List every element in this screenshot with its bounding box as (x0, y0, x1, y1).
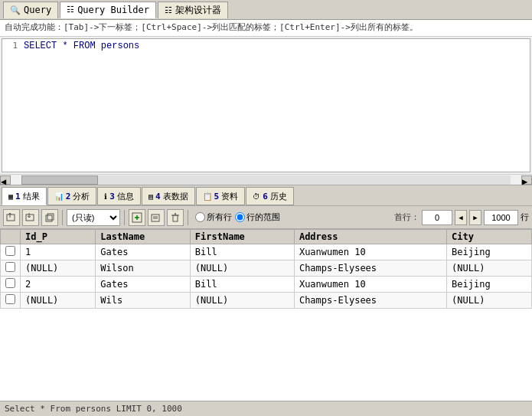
table-row[interactable]: (NULL) Wilson (NULL) Champs-Elysees (NUL… (1, 260, 532, 277)
toolbar-btn-add[interactable] (129, 209, 145, 226)
tab-2-num: 2 (66, 192, 71, 201)
scrollbar-thumb[interactable] (21, 175, 98, 185)
tab-2-label: 分析 (73, 191, 90, 202)
radio-all-label[interactable]: 所有行 (195, 211, 232, 223)
tab-4-num: 4 (155, 192, 161, 201)
cell-firstname-1: (NULL) (190, 260, 294, 277)
cell-lastname-2: Gates (96, 277, 191, 293)
tab-4-label: 表数据 (163, 191, 188, 202)
toolbar-btn-copy[interactable] (41, 209, 58, 226)
cell-firstname-2: Bill (190, 277, 294, 293)
tab-3-label: 信息 (117, 191, 134, 202)
col-city-header: City (447, 230, 532, 244)
nav-start-input[interactable]: 0 (422, 210, 452, 225)
col-firstname-header: FirstName (190, 230, 294, 244)
radio-all[interactable] (195, 212, 205, 222)
edit-icon (151, 212, 162, 223)
toolbar-btn-edit[interactable] (148, 209, 165, 226)
cell-city-3: (NULL) (447, 293, 532, 309)
row-checkbox-1[interactable] (1, 260, 21, 277)
main-content: 自动完成功能：[Tab]->下一标签；[Ctrl+Space]->列出匹配的标签… (0, 20, 532, 416)
svg-rect-5 (47, 214, 54, 220)
radio-range-label[interactable]: 行的范围 (235, 211, 280, 223)
scroll-right-btn[interactable]: ▶ (521, 175, 532, 185)
export-icon (6, 212, 17, 223)
info-icon: ℹ (104, 192, 107, 201)
results-tab-4[interactable]: ▤ 4 表数据 (142, 187, 195, 205)
results-tab-6[interactable]: ⏱ 6 历史 (246, 187, 294, 205)
nav-next-btn[interactable]: ▶ (469, 210, 481, 225)
sql-content-1: SELECT * FROM persons (24, 41, 139, 51)
editor-scrollbar[interactable]: ◀ ▶ (0, 174, 532, 185)
toolbar-btn-1[interactable] (3, 209, 20, 226)
tabledata-icon: ▤ (149, 192, 153, 201)
data-icon: 📋 (203, 192, 212, 201)
cell-lastname-1: Wilson (96, 260, 191, 277)
cell-address-0: Xuanwumen 10 (294, 244, 446, 260)
tab-3-num: 3 (109, 192, 115, 201)
tab-query-builder[interactable]: ☷ Query Builder (60, 2, 156, 18)
table-row[interactable]: (NULL) Wils (NULL) Champs-Elysees (NULL) (1, 293, 532, 309)
scrollbar-track (21, 175, 511, 185)
tab-6-num: 6 (263, 192, 268, 201)
cell-address-3: Champs-Elysees (294, 293, 446, 309)
results-tab-2[interactable]: 📊 2 分析 (47, 187, 97, 205)
radio-all-text: 所有行 (207, 211, 232, 223)
cell-lastname-3: Wils (96, 293, 191, 309)
scroll-left-btn[interactable]: ◀ (0, 175, 11, 185)
col-address-header: Address (294, 230, 446, 244)
cell-address-2: Xuanwumen 10 (294, 277, 446, 293)
row-checkbox-2[interactable] (1, 277, 21, 293)
tab-1-num: 1 (15, 192, 21, 201)
sql-line-1: 1 SELECT * FROM persons (2, 39, 530, 53)
status-text: Select * From persons LIMIT 0, 1000 (5, 404, 182, 414)
results-tab-5[interactable]: 📋 5 资料 (196, 187, 246, 205)
radio-range[interactable] (235, 212, 245, 222)
col-id-header: Id_P (21, 230, 96, 244)
hint-bar: 自动完成功能：[Tab]->下一标签；[Ctrl+Space]->列出匹配的标签… (0, 20, 532, 37)
delete-icon (170, 212, 181, 223)
row-checkbox-3[interactable] (1, 293, 21, 309)
schema-icon: ☷ (165, 5, 172, 15)
mode-select[interactable]: (只读) (67, 209, 120, 226)
builder-icon: ☷ (67, 5, 74, 15)
row-checkbox-0[interactable] (1, 244, 21, 260)
nav-prev-btn[interactable]: ◀ (455, 210, 467, 225)
toolbar-btn-delete[interactable] (167, 209, 184, 226)
sql-keyword-from: FROM (73, 41, 96, 51)
import-icon (25, 212, 36, 223)
cell-id-1: (NULL) (21, 260, 96, 277)
radio-range-text: 行的范围 (246, 211, 280, 223)
hint-text: 自动完成功能：[Tab]->下一标签；[Ctrl+Space]->列出匹配的标签… (5, 22, 418, 32)
table-header-row: Id_P LastName FirstName Address City (1, 230, 532, 244)
sql-editor[interactable]: 1 SELECT * FROM persons (2, 38, 530, 172)
nav-limit-input[interactable] (484, 210, 518, 225)
svg-rect-0 (7, 215, 15, 221)
table-row[interactable]: 1 Gates Bill Xuanwumen 10 Beijing (1, 244, 532, 260)
tab-query[interactable]: 🔍 Query (3, 2, 58, 18)
toolbar: (只读) 所有行 行的范围 (0, 206, 532, 229)
col-check-header (1, 230, 21, 244)
cell-firstname-0: Bill (190, 244, 294, 260)
nav-unit: 行 (521, 211, 529, 223)
table-row[interactable]: 2 Gates Bill Xuanwumen 10 Beijing (1, 277, 532, 293)
col-lastname-header: LastName (96, 230, 191, 244)
sql-star: * (62, 41, 73, 51)
toolbar-sep-1 (62, 210, 63, 225)
tab-query-label: Query (24, 5, 51, 15)
toolbar-btn-2[interactable] (22, 209, 39, 226)
nav-section: 首行： 0 ◀ ▶ 行 (394, 210, 529, 225)
sql-table: persons (101, 41, 139, 51)
results-tabs: ▦ 1 结果 📊 2 分析 ℹ 3 信息 ▤ 4 表数据 📋 5 (0, 185, 532, 206)
nav-label: 首行： (394, 211, 419, 223)
svg-rect-4 (46, 215, 52, 221)
results-tab-3[interactable]: ℹ 3 信息 (97, 187, 141, 205)
tab-1-label: 结果 (23, 191, 40, 202)
results-tab-1[interactable]: ▦ 1 结果 (2, 187, 47, 205)
results-area: ▦ 1 结果 📊 2 分析 ℹ 3 信息 ▤ 4 表数据 📋 5 (0, 185, 532, 416)
tab-schema-designer[interactable]: ☷ 架构设计器 (158, 2, 228, 18)
query-icon: 🔍 (10, 5, 21, 15)
add-row-icon (132, 212, 142, 223)
svg-rect-2 (26, 215, 34, 221)
tab-bar: 🔍 Query ☷ Query Builder ☷ 架构设计器 (0, 0, 532, 20)
